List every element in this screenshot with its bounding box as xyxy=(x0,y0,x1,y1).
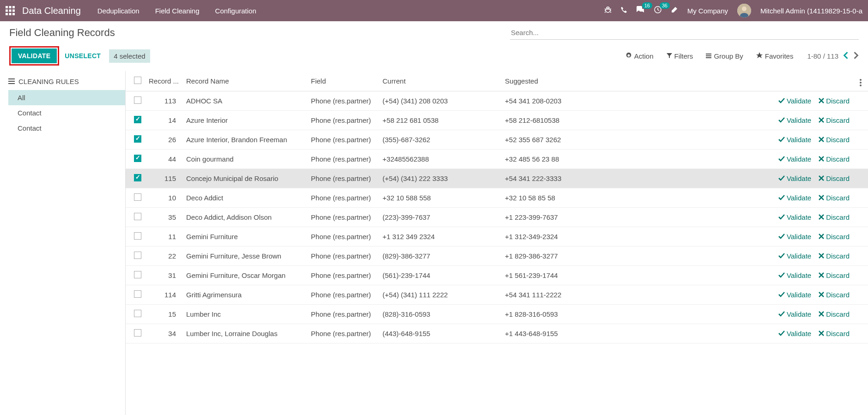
validate-link[interactable]: Validate xyxy=(778,330,811,337)
row-checkbox[interactable] xyxy=(134,232,141,240)
row-checkbox[interactable] xyxy=(134,310,141,317)
discard-link[interactable]: Discard xyxy=(819,136,850,144)
select-all-checkbox[interactable] xyxy=(134,77,141,84)
validate-link[interactable]: Validate xyxy=(778,194,811,202)
svg-point-11 xyxy=(742,6,747,11)
validate-link[interactable]: Validate xyxy=(778,97,811,105)
username[interactable]: Mitchell Admin (14119829-15-0-a xyxy=(760,7,862,15)
sidebar-item-contact-1[interactable]: Contact xyxy=(8,105,125,120)
validate-link[interactable]: Validate xyxy=(778,174,811,182)
action-dropdown[interactable]: Action xyxy=(625,52,654,60)
table-row[interactable]: 114Gritti AgrimensuraPhone (res.partner)… xyxy=(126,285,868,305)
groupby-dropdown[interactable]: Group By xyxy=(706,52,743,60)
discard-link[interactable]: Discard xyxy=(819,194,850,202)
table-row[interactable]: 35Deco Addict, Addison OlsonPhone (res.p… xyxy=(126,208,868,227)
validate-link[interactable]: Validate xyxy=(778,116,811,124)
cell-current: (561)-239-1744 xyxy=(379,266,501,285)
col-field[interactable]: Field xyxy=(307,71,379,91)
pager-next-icon[interactable] xyxy=(853,51,859,61)
table-row[interactable]: 34Lumber Inc, Lorraine DouglasPhone (res… xyxy=(126,324,868,343)
col-record-name[interactable]: Record Name xyxy=(182,71,307,91)
validate-link[interactable]: Validate xyxy=(778,271,811,279)
menu-field-cleaning[interactable]: Field Cleaning xyxy=(155,7,200,15)
phone-icon[interactable] xyxy=(621,6,627,15)
cell-suggested: +54 341 111-2222 xyxy=(501,285,628,305)
row-checkbox[interactable] xyxy=(134,155,141,162)
column-options-icon[interactable] xyxy=(860,82,862,84)
discard-link[interactable]: Discard xyxy=(819,97,850,105)
discard-link[interactable]: Discard xyxy=(819,330,850,337)
discard-link[interactable]: Discard xyxy=(819,213,850,221)
apps-icon[interactable] xyxy=(6,6,15,15)
validate-link[interactable]: Validate xyxy=(778,252,811,260)
cell-id: 31 xyxy=(145,266,182,285)
table-row[interactable]: 22Gemini Furniture, Jesse BrownPhone (re… xyxy=(126,247,868,266)
row-checkbox[interactable] xyxy=(134,290,141,298)
activities-icon[interactable]: 36 xyxy=(654,6,662,15)
pager-value[interactable]: 1-80 / 113 xyxy=(807,52,838,60)
row-checkbox[interactable] xyxy=(134,193,141,201)
validate-link[interactable]: Validate xyxy=(778,291,811,299)
cell-id: 115 xyxy=(145,169,182,188)
table-row[interactable]: 26Azure Interior, Brandon FreemanPhone (… xyxy=(126,130,868,150)
validate-link[interactable]: Validate xyxy=(778,155,811,163)
cell-current: (+54) (341) 222 3333 xyxy=(379,169,501,188)
tools-icon[interactable] xyxy=(671,6,678,15)
col-current[interactable]: Current xyxy=(379,71,501,91)
row-checkbox[interactable] xyxy=(134,174,141,181)
row-checkbox[interactable] xyxy=(134,252,141,259)
check-icon xyxy=(778,233,785,241)
row-checkbox[interactable] xyxy=(134,96,141,104)
discard-link[interactable]: Discard xyxy=(819,310,850,318)
sidebar-item-all[interactable]: All xyxy=(8,90,125,105)
table-row[interactable]: 113ADHOC SAPhone (res.partner)(+54) (341… xyxy=(126,91,868,111)
discard-link[interactable]: Discard xyxy=(819,155,850,163)
cell-id: 14 xyxy=(145,111,182,130)
table-row[interactable]: 14Azure InteriorPhone (res.partner)+58 2… xyxy=(126,111,868,130)
company-switcher[interactable]: My Company xyxy=(687,7,728,15)
table-row[interactable]: 31Gemini Furniture, Oscar MorganPhone (r… xyxy=(126,266,868,285)
cell-field: Phone (res.partner) xyxy=(307,188,379,208)
bug-icon[interactable] xyxy=(604,6,612,15)
validate-link[interactable]: Validate xyxy=(778,213,811,221)
validate-link[interactable]: Validate xyxy=(778,310,811,318)
col-suggested[interactable]: Suggested xyxy=(501,71,628,91)
cell-suggested: +1 223-399-7637 xyxy=(501,208,628,227)
menu-deduplication[interactable]: Deduplication xyxy=(97,7,140,15)
app-title[interactable]: Data Cleaning xyxy=(22,6,81,16)
row-checkbox[interactable] xyxy=(134,116,141,123)
cell-suggested: +1 443-648-9155 xyxy=(501,324,628,343)
col-record-id[interactable]: Record ... xyxy=(145,71,182,91)
discard-link[interactable]: Discard xyxy=(819,233,850,241)
row-checkbox[interactable] xyxy=(134,213,141,220)
filters-dropdown[interactable]: Filters xyxy=(667,52,693,60)
row-checkbox[interactable] xyxy=(134,135,141,143)
row-checkbox[interactable] xyxy=(134,271,141,278)
discard-link[interactable]: Discard xyxy=(819,116,850,124)
validate-link[interactable]: Validate xyxy=(778,233,811,241)
discard-link[interactable]: Discard xyxy=(819,291,850,299)
search-input[interactable] xyxy=(511,29,858,36)
table-row[interactable]: 115Concejo Municipal de RosarioPhone (re… xyxy=(126,169,868,188)
conversations-icon[interactable]: 16 xyxy=(637,6,645,15)
table-row[interactable]: 11Gemini FurniturePhone (res.partner)+1 … xyxy=(126,227,868,247)
table-row[interactable]: 10Deco AddictPhone (res.partner)+32 10 5… xyxy=(126,188,868,208)
validate-link[interactable]: Validate xyxy=(778,136,811,144)
unselect-button[interactable]: UNSELECT xyxy=(65,52,101,60)
cell-current: +32 10 588 558 xyxy=(379,188,501,208)
menu-configuration[interactable]: Configuration xyxy=(215,7,256,15)
sidebar-item-contact-2[interactable]: Contact xyxy=(8,120,125,136)
sidebar-header[interactable]: CLEANING RULES xyxy=(8,78,125,85)
discard-link[interactable]: Discard xyxy=(819,271,850,279)
discard-link[interactable]: Discard xyxy=(819,174,850,182)
row-checkbox[interactable] xyxy=(134,329,141,337)
favorites-dropdown[interactable]: Favorites xyxy=(756,52,794,60)
table-row[interactable]: 44Coin gourmandPhone (res.partner)+32485… xyxy=(126,150,868,169)
cell-current: (355)-687-3262 xyxy=(379,130,501,150)
validate-button[interactable]: VALIDATE xyxy=(12,48,57,63)
pager-prev-icon[interactable] xyxy=(843,51,849,61)
search-box[interactable] xyxy=(510,26,859,40)
table-row[interactable]: 15Lumber IncPhone (res.partner)(828)-316… xyxy=(126,305,868,324)
discard-link[interactable]: Discard xyxy=(819,252,850,260)
avatar[interactable] xyxy=(737,4,751,18)
